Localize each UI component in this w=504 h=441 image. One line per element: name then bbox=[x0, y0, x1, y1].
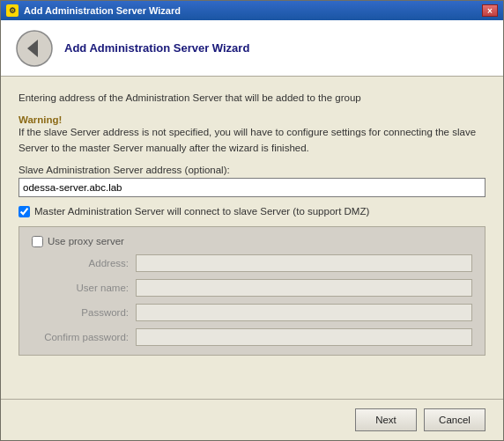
proxy-address-input[interactable] bbox=[136, 254, 472, 272]
master-connect-checkbox[interactable] bbox=[19, 206, 30, 217]
proxy-confirm-password-label: Confirm password: bbox=[32, 332, 129, 342]
proxy-password-row: Password: bbox=[32, 304, 472, 321]
proxy-username-input[interactable] bbox=[136, 279, 472, 297]
window-title: Add Administration Server Wizard bbox=[24, 5, 181, 16]
proxy-group: Use proxy server Address: User name: Pas… bbox=[19, 226, 485, 356]
wizard-window: ⚙ Add Administration Server Wizard × Add… bbox=[0, 0, 504, 441]
use-proxy-checkbox[interactable] bbox=[32, 236, 43, 247]
cancel-button[interactable]: Cancel bbox=[424, 408, 485, 431]
slave-address-section: Slave Administration Server address (opt… bbox=[19, 165, 485, 197]
proxy-confirm-password-row: Confirm password: bbox=[32, 328, 472, 346]
wizard-footer: Next Cancel bbox=[1, 399, 503, 440]
use-proxy-label[interactable]: Use proxy server bbox=[48, 236, 124, 246]
proxy-username-row: User name: bbox=[32, 279, 472, 297]
proxy-address-row: Address: bbox=[32, 254, 472, 272]
title-bar: ⚙ Add Administration Server Wizard × bbox=[1, 1, 503, 20]
instruction-text: Entering address of the Administration S… bbox=[19, 91, 485, 106]
warning-body: If the slave Server address is not speci… bbox=[19, 125, 485, 156]
slave-address-label: Slave Administration Server address (opt… bbox=[19, 165, 485, 175]
proxy-password-label: Password: bbox=[32, 307, 129, 318]
proxy-confirm-password-input[interactable] bbox=[136, 328, 472, 346]
next-button[interactable]: Next bbox=[355, 408, 417, 431]
wizard-header-title: Add Administration Server Wizard bbox=[64, 41, 249, 55]
proxy-header-row: Use proxy server bbox=[32, 236, 472, 247]
warning-section: Warning! If the slave Server address is … bbox=[19, 114, 485, 156]
wizard-header-icon bbox=[13, 27, 56, 70]
proxy-address-label: Address: bbox=[32, 258, 129, 268]
wizard-content: Entering address of the Administration S… bbox=[1, 77, 503, 399]
proxy-password-input[interactable] bbox=[136, 304, 472, 321]
master-connect-label[interactable]: Master Administration Server will connec… bbox=[34, 206, 369, 217]
wizard-icon: ⚙ bbox=[6, 4, 19, 17]
title-bar-text: ⚙ Add Administration Server Wizard bbox=[6, 4, 181, 17]
master-connect-row: Master Administration Server will connec… bbox=[19, 206, 485, 217]
proxy-username-label: User name: bbox=[32, 283, 129, 293]
slave-address-input[interactable] bbox=[19, 178, 485, 197]
close-button[interactable]: × bbox=[482, 4, 498, 17]
warning-label: Warning! bbox=[19, 114, 485, 125]
wizard-header: Add Administration Server Wizard bbox=[1, 20, 503, 77]
